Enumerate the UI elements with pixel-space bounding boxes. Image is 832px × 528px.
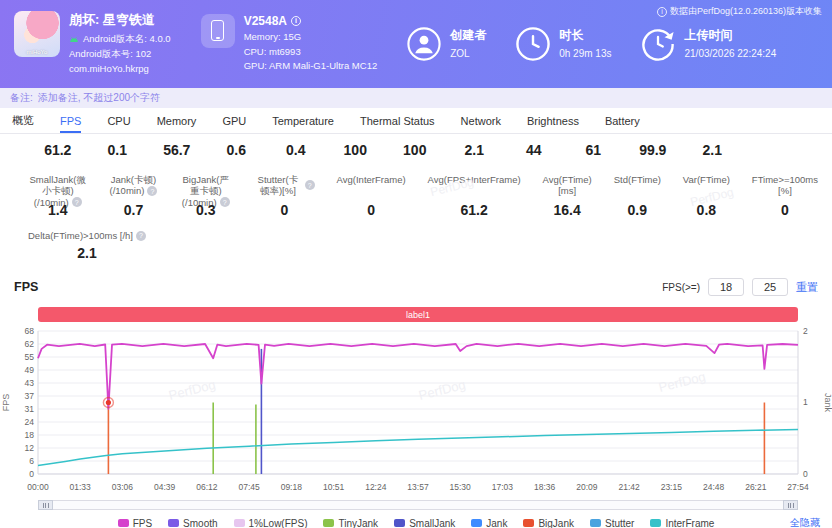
history-icon (641, 27, 675, 61)
stat-value: 99.9 (623, 142, 683, 158)
svg-text:43: 43 (25, 378, 35, 388)
fps-threshold-label: FPS(>=) (662, 282, 700, 293)
tab-battery[interactable]: Battery (605, 108, 640, 133)
stat-std-ftime: Std(FTime) 0.9 (614, 174, 661, 218)
stat-smalljank: SmallJank(微小卡顿) (/10min)? 1.4 (28, 174, 88, 218)
info-icon[interactable]: ? (305, 180, 315, 190)
legend-label: SmallJank (409, 518, 455, 528)
tab-memory[interactable]: Memory (157, 108, 197, 133)
stat-value: 2.1 (445, 142, 505, 158)
legend-item-1pct-low[interactable]: 1%Low(FPS) (234, 518, 308, 528)
svg-text:26:21: 26:21 (745, 482, 767, 492)
legend-item-bigjank[interactable]: BigJank (523, 518, 574, 528)
legend-item-smalljank[interactable]: SmallJank (394, 518, 455, 528)
legend-item-jank[interactable]: Jank (471, 518, 507, 528)
stat-value: 61.2 (28, 142, 88, 158)
device-memory: Memory: 15G (244, 30, 378, 45)
fps-threshold-low-input[interactable] (708, 278, 744, 296)
fps-chart-svg[interactable]: PerfDogPerfDogPerfDog0612182431374349556… (0, 326, 832, 498)
tab-thermal-status[interactable]: Thermal Status (360, 108, 435, 133)
legend-item-stutter[interactable]: Stutter (590, 518, 634, 528)
chart-legend: FPS Smooth 1%Low(FPS) TinyJank SmallJank… (0, 515, 832, 528)
device-card: V2548A i Memory: 15G CPU: mt6993 GPU: AR… (201, 14, 378, 74)
svg-text:2: 2 (803, 326, 808, 336)
legend-label: BigJank (538, 518, 574, 528)
tab-gpu[interactable]: GPU (222, 108, 246, 133)
label-banner[interactable]: label1 (38, 307, 798, 322)
svg-text:68: 68 (25, 326, 35, 336)
device-model: V2548A (244, 14, 287, 28)
duration-block: 时长 0h 29m 13s (516, 27, 611, 61)
note-bar[interactable]: 备注: 添加备注, 不超过200个字符 (0, 88, 832, 108)
collect-note: i 数据由PerfDog(12.0.260136)版本收集 (657, 5, 822, 18)
package-name: com.miHoYo.hkrpg (69, 62, 171, 77)
fps-section-header: FPS FPS(>=) 重置 (0, 271, 832, 297)
svg-text:12:24: 12:24 (365, 482, 387, 492)
legend-swatch (323, 519, 334, 527)
tab-brightness[interactable]: Brightness (527, 108, 579, 133)
range-handle-right[interactable] (783, 500, 798, 510)
svg-text:PerfDog: PerfDog (167, 377, 217, 403)
tab-cpu[interactable]: CPU (107, 108, 130, 133)
fps-chart[interactable]: PerfDogPerfDogPerfDog0612182431374349556… (0, 326, 832, 498)
stat-value: 44 (504, 142, 564, 158)
legend-item-smooth[interactable]: Smooth (168, 518, 217, 528)
svg-text:23:15: 23:15 (661, 482, 683, 492)
creator-value: ZOL (450, 48, 486, 59)
tab-bar: 概览 FPS CPU Memory GPU Temperature Therma… (0, 108, 832, 134)
stat-value: 2.1 (683, 142, 743, 158)
legend-swatch (118, 519, 129, 527)
svg-text:PerfDog: PerfDog (417, 377, 467, 403)
svg-text:17:03: 17:03 (492, 482, 514, 492)
note-placeholder[interactable]: 添加备注, 不超过200个字符 (38, 91, 160, 105)
stat-value: 0.6 (207, 142, 267, 158)
duration-label: 时长 (559, 27, 611, 44)
svg-text:09:18: 09:18 (281, 482, 303, 492)
svg-text:Jank: Jank (823, 393, 832, 413)
fps-threshold-high-input[interactable] (752, 278, 788, 296)
tab-network[interactable]: Network (461, 108, 501, 133)
svg-text:0: 0 (803, 469, 808, 479)
hide-all-link[interactable]: 全隐藏 (790, 516, 820, 528)
upload-block: 上传时间 21/03/2026 22:24:24 (641, 27, 776, 61)
stats-row-1: 61.2 0.1 56.7 0.6 0.4 100 100 2.1 44 61 … (28, 142, 742, 158)
tab-temperature[interactable]: Temperature (272, 108, 334, 133)
svg-text:20:09: 20:09 (576, 482, 598, 492)
svg-text:6: 6 (29, 456, 34, 466)
range-handle-left[interactable] (38, 500, 53, 510)
info-icon[interactable]: i (291, 16, 301, 26)
stat-var-ftime: Var(FTime) 0.8 (683, 174, 730, 218)
tab-overview[interactable]: 概览 (12, 108, 34, 133)
legend-item-tinyjank[interactable]: TinyJank (323, 518, 378, 528)
stat-avg-ftime: Avg(FTime)[ms] 16.4 (543, 174, 592, 218)
legend-label: InterFrame (665, 518, 714, 528)
svg-text:18: 18 (25, 430, 35, 440)
svg-text:1: 1 (803, 397, 808, 407)
svg-text:PerfDog: PerfDog (657, 369, 707, 395)
svg-text:15:30: 15:30 (450, 482, 472, 492)
info-icon[interactable]: ? (147, 186, 157, 196)
android-version-code: Android版本号: 102 (69, 47, 171, 62)
chart-range-scrollbar[interactable] (38, 500, 798, 510)
creator-block: 创建者 ZOL (407, 27, 486, 61)
svg-text:62: 62 (25, 339, 35, 349)
info-icon[interactable]: ? (136, 231, 146, 241)
stats-panel: PerfDog PerfDog 61.2 0.1 56.7 0.6 0.4 10… (0, 134, 832, 271)
svg-text:31: 31 (25, 404, 35, 414)
creator-label: 创建者 (450, 27, 486, 44)
legend-item-interframe[interactable]: InterFrame (650, 518, 714, 528)
header: i 数据由PerfDog(12.0.260136)版本收集 miHoYo 崩坏:… (0, 0, 832, 88)
legend-item-fps[interactable]: FPS (118, 518, 152, 528)
legend-label: 1%Low(FPS) (249, 518, 308, 528)
stat-value: 0.1 (88, 142, 148, 158)
stat-jank: Jank(卡顿) (/10min)? 0.7 (110, 174, 158, 218)
svg-text:0: 0 (29, 469, 34, 479)
android-icon (69, 36, 79, 43)
stats-row-2: SmallJank(微小卡顿) (/10min)? 1.4 Jank(卡顿) (… (28, 174, 818, 218)
reset-button[interactable]: 重置 (796, 280, 818, 295)
tab-fps[interactable]: FPS (60, 108, 81, 133)
legend-label: Stutter (605, 518, 634, 528)
upload-value: 21/03/2026 22:24:24 (684, 48, 776, 59)
svg-text:55: 55 (25, 352, 35, 362)
stat-bigjank: BigJank(严重卡顿) (/10min)? 0.3 (179, 174, 232, 218)
